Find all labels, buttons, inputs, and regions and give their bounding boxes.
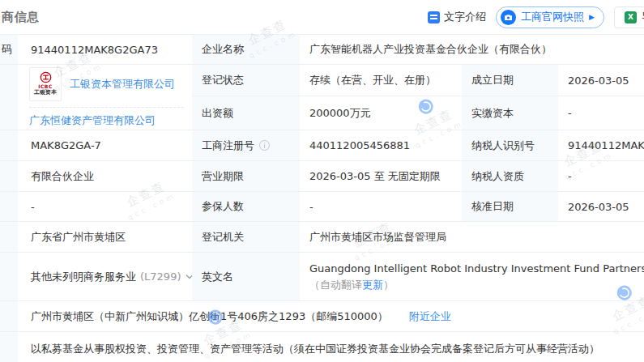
auto-translate-note: （自动翻译更新）: [309, 277, 394, 293]
industry-code: (L7299): [140, 270, 181, 283]
address-cell: 广州市黄埔区（中新广州知识城）亿创街1号406房之1293（邮编510000） …: [18, 301, 644, 332]
insured-count-value: -: [300, 192, 462, 222]
label-taxpayer-quality: 纳税人资质: [462, 161, 558, 192]
business-term-value: 2026-03-05 至 无固定期限: [300, 161, 462, 192]
icbc-logo: ICBC 工银资本: [29, 67, 62, 101]
excel-icon: X: [625, 11, 637, 23]
industry-value: 其他未列明商务服务业: [31, 270, 136, 284]
label-insured-count: 参保人数: [192, 192, 300, 222]
label-reg-number: 工商注册号 i: [192, 130, 300, 161]
label-establish-date: 成立日期: [462, 65, 558, 96]
english-name-cell: Guangdong Intelligent Robot Industry Inv…: [300, 253, 644, 301]
label-capital: 出资额: [192, 96, 300, 130]
export-button[interactable]: X 导出: [614, 6, 644, 28]
label-org-code-clipped: [0, 130, 18, 161]
label-company-name: 企业名称: [192, 35, 300, 65]
credit-code-value: 91440112MAK8G2GA73: [18, 35, 192, 65]
english-name-value: Guangdong Intelligent Robot Industry Inv…: [309, 261, 644, 277]
partner-row: 广东恒健资产管理有限公司: [29, 107, 184, 128]
document-lines-icon: [428, 11, 440, 23]
former-name-value: -: [18, 192, 192, 222]
label-region-clipped: [0, 222, 18, 253]
play-triangle-icon: ▶: [589, 14, 595, 21]
region-value: 广东省广州市黄埔区: [18, 222, 192, 253]
translate-update-link[interactable]: 更新: [362, 279, 383, 291]
label-english-name: 英文名: [192, 253, 300, 301]
label-company-type-clipped: [0, 161, 18, 192]
icbc-logo-cn: 工银资本: [34, 89, 57, 96]
official-snapshot-label: 工商官网快照: [521, 10, 584, 24]
capital-value: 200000万元: [300, 96, 462, 130]
org-code-value: MAK8G2GA-7: [18, 130, 192, 161]
label-reg-status: 登记状态: [192, 65, 300, 96]
label-taxpayer-id: 纳税人识别号: [462, 130, 558, 161]
business-scope-value: 以私募基金从事股权投资、投资管理、资产管理等活动（须在中国证券投资基金业协会完成…: [18, 332, 644, 362]
establish-date-value: 2026-03-05: [558, 65, 644, 96]
partner-company-2-link[interactable]: 广东恒健资产管理有限公司: [29, 114, 156, 126]
label-executive-partner-clipped: [0, 65, 18, 130]
approval-date-value: 2026-03-05: [558, 192, 644, 222]
label-industry-clipped: [0, 253, 18, 301]
icbc-logo-latin: ICBC: [38, 83, 53, 89]
executive-partners-cell: ICBC 工银资本 工银资本管理有限公司 广东恒健资产管理有限公司: [18, 65, 192, 130]
chevron-down-icon[interactable]: [186, 274, 192, 279]
reg-status-value: 存续（在营、开业、在册）: [300, 65, 462, 96]
taxpayer-id-value: 91440112MAK8G2GA73: [558, 130, 644, 161]
label-address-clipped: [0, 301, 18, 332]
label-paid-capital: 实缴资本: [462, 96, 558, 130]
camera-icon: [501, 10, 516, 25]
company-name-value: 广东智能机器人产业投资基金合伙企业（有限合伙）: [300, 35, 644, 65]
company-type-value: 有限合伙企业: [18, 161, 192, 192]
taxpayer-quality-value: -: [558, 161, 644, 192]
page-title: 商信息: [2, 10, 40, 25]
reg-number-label: 工商注册号: [202, 138, 254, 153]
label-reg-authority: 登记机关: [192, 222, 300, 253]
reg-authority-value: 广州市黄埔区市场监督管理局: [300, 222, 644, 253]
nearby-companies-link[interactable]: 附近企业: [409, 309, 451, 324]
label-credit-code-clipped: 码: [0, 35, 18, 65]
label-business-term: 营业期限: [192, 161, 300, 192]
partner-company-1-link[interactable]: 工银资本管理有限公司: [70, 77, 175, 92]
text-intro-button[interactable]: 文字介绍: [428, 10, 486, 24]
header-actions: 文字介绍 工商官网快照 ▶ X 导出: [428, 6, 644, 28]
label-former-name-clipped: [0, 192, 18, 222]
label-business-scope-clipped: [0, 332, 18, 362]
icbc-emblem-icon: [40, 71, 52, 83]
section-header: 商信息 文字介绍 工商官网快照 ▶ X 导出: [0, 0, 644, 34]
official-snapshot-button[interactable]: 工商官网快照 ▶: [496, 6, 604, 28]
partner-row: ICBC 工银资本 工银资本管理有限公司: [29, 67, 184, 107]
info-circle-icon[interactable]: i: [259, 140, 270, 151]
text-intro-label: 文字介绍: [444, 10, 486, 24]
address-value: 广州市黄埔区（中新广州知识城）亿创街1号406房之1293（邮编510000）: [31, 309, 388, 324]
industry-cell: 其他未列明商务服务业 (L7299): [18, 253, 192, 301]
reg-number-value: 440112005456881: [300, 130, 462, 161]
label-approval-date: 核准日期: [462, 192, 558, 222]
business-info-table: 码 91440112MAK8G2GA73 企业名称 广东智能机器人产业投资基金合…: [0, 34, 644, 362]
paid-capital-value: -: [558, 96, 644, 130]
